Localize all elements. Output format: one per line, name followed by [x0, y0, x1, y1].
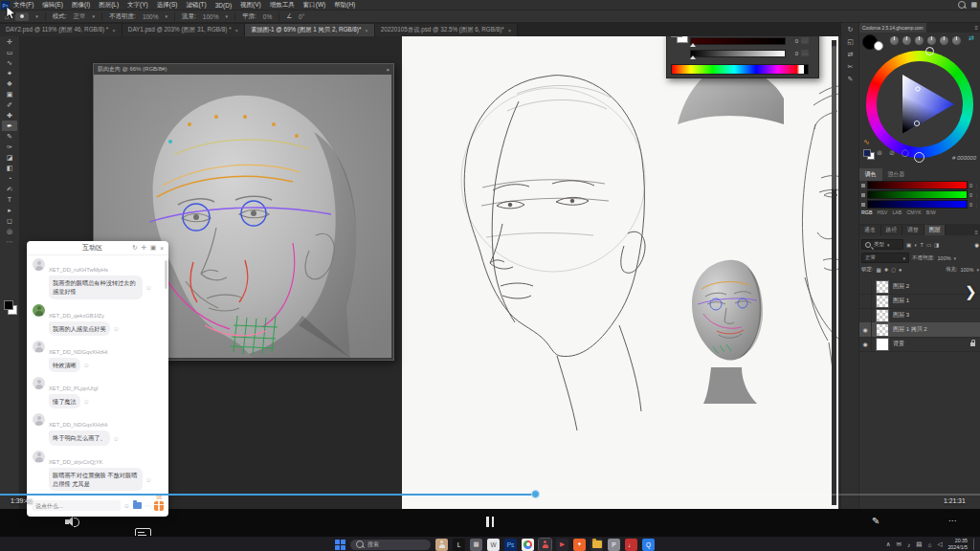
layer-thumbnail[interactable] [876, 295, 889, 308]
saturation-slider[interactable] [690, 37, 786, 45]
filter-kind-adjust-icon[interactable]: ◐ [914, 242, 917, 248]
taskbar-app-avatar[interactable] [435, 539, 448, 551]
lasso-tool-icon[interactable]: ∿ [2, 57, 17, 68]
taskbar-app-chat[interactable]: Q [642, 539, 655, 551]
player-more-icon[interactable]: ⋯ [948, 517, 956, 525]
smoothing-value[interactable]: 0% [263, 13, 272, 20]
type-tool-icon[interactable]: T [2, 194, 17, 205]
filter-toggle-icon[interactable]: ◉ [974, 242, 979, 248]
coolorus-tab-mixer[interactable]: 混合器 [882, 168, 910, 181]
navigator-panel-icon[interactable]: ◱ [841, 35, 859, 48]
flow-value[interactable]: 100% [203, 13, 219, 20]
layer-row-background[interactable]: ◉ 背景 [859, 337, 980, 352]
filter-kind-pixel-icon[interactable]: ▣ [906, 242, 911, 248]
close-tab-icon[interactable]: × [508, 28, 512, 33]
menu-window[interactable]: 窗口(W) [303, 1, 325, 10]
coolorus-knob[interactable] [915, 36, 924, 45]
filter-kind-type-icon[interactable]: T [921, 242, 924, 248]
hex-value[interactable]: # 000000 [952, 155, 976, 161]
taskbar-app-orange[interactable]: ✦ [573, 539, 586, 551]
layer-row[interactable]: 图层 1 [859, 294, 980, 309]
close-tab-icon[interactable]: × [112, 28, 116, 33]
lock-all-icon[interactable]: ● [899, 267, 902, 273]
layer-row-selected[interactable]: ◉ 图层 1 拷贝 2 [859, 322, 980, 338]
coolorus-null-icon[interactable]: ⊘ [889, 149, 895, 157]
menu-image[interactable]: 图像(I) [72, 1, 90, 10]
opacity-value[interactable]: 100% [143, 13, 159, 20]
video-progress-handle[interactable] [531, 490, 540, 498]
visibility-cell[interactable] [859, 279, 872, 294]
more-tools-icon[interactable]: ⋯ [2, 236, 17, 247]
zoom-tool-icon[interactable]: ◎ [2, 226, 17, 236]
taskbar-app-l[interactable]: L [453, 539, 465, 551]
coolorus-header[interactable]: Coolorus 2.5.14.gfxcamp.com ≡ [859, 23, 980, 33]
close-tab-icon[interactable]: × [365, 28, 368, 33]
blend-mode-value[interactable]: 正常 [74, 12, 86, 21]
layer-thumbnail[interactable] [876, 338, 889, 351]
filter-kind-shape-icon[interactable]: ▭ [926, 242, 931, 248]
mode-bw[interactable]: B/W [926, 209, 936, 215]
menu-plugins[interactable]: 增效工具 [270, 1, 295, 10]
visibility-eye-icon[interactable]: ◉ [859, 337, 872, 351]
marquee-tool-icon[interactable]: ▭ [2, 47, 17, 57]
eyedropper-tool-icon[interactable]: ✐ [2, 99, 17, 110]
chat-scrollbar[interactable] [165, 260, 167, 289]
reaction-icon[interactable]: ☺ [145, 284, 152, 291]
saturation-stepper[interactable]: ⋯ [801, 37, 809, 44]
reaction-icon[interactable]: ☺ [83, 398, 90, 405]
close-icon[interactable]: × [160, 245, 164, 252]
opacity-caret-icon[interactable]: ▾ [166, 13, 168, 19]
expand-chevron-icon[interactable]: ❯ [965, 283, 977, 300]
taskbar-app-photoshop[interactable]: Ps [504, 539, 517, 551]
menu-file[interactable]: 文件(F) [13, 1, 33, 10]
tab-channels[interactable]: 通道 [859, 225, 881, 235]
coolorus-knob[interactable] [952, 36, 961, 45]
layer-thumbnail[interactable] [876, 280, 889, 294]
blur-tool-icon[interactable]: ◔ [2, 173, 17, 184]
panel-menu-icon[interactable]: ≡ [974, 25, 978, 31]
hue-ring-marker-bottom[interactable] [914, 152, 924, 163]
coolorus-circle-icon[interactable]: ◯ [902, 149, 909, 157]
snip-panel-icon[interactable]: ✂ [841, 60, 859, 73]
menu-edit[interactable]: 编辑(E) [42, 1, 63, 10]
chat-input[interactable] [32, 500, 121, 511]
show-desktop-button[interactable] [973, 539, 976, 550]
menu-filter[interactable]: 滤镜(T) [186, 1, 206, 10]
gradient-tool-icon[interactable]: ◧ [2, 163, 17, 173]
panel-menu-icon[interactable]: ≡ [974, 230, 978, 235]
close-icon[interactable]: × [386, 67, 390, 73]
pause-button[interactable] [486, 517, 494, 527]
fill-value[interactable]: 100% [960, 267, 973, 273]
mode-lab[interactable]: LAB [892, 209, 902, 215]
lock-pixels-icon[interactable]: ✚ [884, 267, 889, 273]
start-button[interactable] [335, 540, 345, 550]
reaction-icon[interactable]: ☺ [83, 362, 90, 368]
flow-caret-icon[interactable]: ▾ [225, 13, 228, 19]
mode-rgb[interactable]: RGB [861, 209, 872, 215]
history-panel-icon[interactable]: ↻ [841, 23, 859, 35]
tab-layers[interactable]: 图层 [924, 225, 947, 235]
coolorus-bg-swatch[interactable] [874, 41, 883, 51]
workspace-icon[interactable]: ▦ [970, 1, 977, 9]
brush-preset-caret-icon[interactable]: ▾ [35, 13, 38, 19]
doc-tab-sketch-active[interactable]: 素描图-1 @ 69% (图层 1 拷贝 2, RGB/8)* × [245, 24, 375, 36]
history-brush-tool-icon[interactable]: ✑ [2, 142, 17, 152]
menu-type[interactable]: 文字(Y) [127, 1, 148, 10]
filter-kind-smart-icon[interactable]: ◨ [934, 242, 939, 248]
visibility-cell[interactable] [859, 294, 872, 308]
brush-angle-value[interactable]: 0° [299, 13, 304, 20]
brightness-slider[interactable] [690, 50, 786, 57]
coolorus-copy-icon[interactable]: ⊛ [877, 149, 882, 157]
more-icon[interactable]: ⋯ [145, 502, 151, 510]
taskbar-app-live-active[interactable] [539, 539, 551, 551]
chat-header[interactable]: 互动区 ↻ ✛ ▣ × [27, 241, 168, 255]
volume-icon[interactable] [65, 516, 78, 527]
taskbar-app-photos[interactable]: ▦ [470, 539, 482, 551]
foreground-color-swatch[interactable] [4, 300, 13, 310]
gamut-wave-icon[interactable]: ∿ [863, 138, 870, 146]
layer-thumbnail[interactable] [876, 323, 889, 337]
move-tool-icon[interactable]: ✛ [2, 36, 17, 47]
swap-colors-icon[interactable]: ⇄ [969, 34, 974, 42]
heal-tool-icon[interactable]: ✚ [2, 110, 17, 121]
taskbar-app-p[interactable]: P [608, 539, 620, 551]
